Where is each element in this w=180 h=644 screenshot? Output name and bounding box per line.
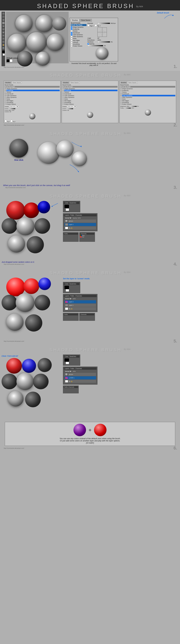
p3-other: ☐Other Dynamics [120,96,175,98]
paths-label-5[interactable]: Paths [64,314,68,315]
wet-edges-row: Wet Edges [71,40,86,41]
swatches-tab-5[interactable]: Swatches [69,283,76,285]
swatches-tab-6[interactable]: Swatches [69,356,76,357]
color-dynamics-check[interactable] [71,34,72,36]
color-demo: + [73,424,107,436]
brushes-tab[interactable]: Brushes [71,19,79,22]
fg-color-6[interactable] [64,358,69,362]
layer-row-5-1[interactable]: Layer 1 [64,304,96,307]
color-tab-6[interactable]: Color [65,356,68,357]
layers-tab-5[interactable]: Layers [65,295,69,297]
panel1-clone-tab[interactable]: Clone Source [12,82,22,84]
background-color[interactable] [3,54,5,56]
color-tab-5[interactable]: Color [65,283,68,285]
tool-crop[interactable]: ⊡ [2,18,5,21]
fg-color-swatch[interactable] [64,205,69,208]
p1-scatter: ☑Scattering [5,90,60,91]
bg-color-swatch[interactable] [66,208,69,211]
diameter-slider[interactable] [97,23,110,24]
tool-lasso[interactable]: ⌒ [2,15,5,18]
paths-tab-4[interactable]: Paths [70,214,74,216]
blend-mode-select-6[interactable]: Normal [64,370,72,372]
tool-shape[interactable]: ▷ [2,40,5,43]
layers-panel-6: Layers Paths Channels Normal 100% person [63,366,97,384]
channels-tab-6[interactable]: Channels [75,368,82,370]
panel2-clone-tab[interactable]: Clone Source [69,82,80,84]
tool-gradient[interactable]: ▤ [2,31,5,34]
other-dynamics-check[interactable] [71,36,72,38]
tool-eraser[interactable]: ◻ [2,28,5,31]
tool-brush[interactable]: ✎ [2,22,5,24]
channels-tab-4[interactable]: Channels [75,214,82,216]
spacing-slider[interactable] [87,45,103,46]
layer-row-person[interactable]: person [64,220,96,223]
blend-mode-select[interactable]: Normal [64,217,72,219]
paths-label[interactable]: Paths [64,233,68,234]
fg-color-5[interactable] [64,286,69,289]
channels-label[interactable]: Channels [81,233,86,234]
swatches-tab[interactable]: Swatches [69,202,76,204]
layer-row-5-bg[interactable]: bg 🔒 [64,307,96,310]
layer-row-bg[interactable]: bg 🔒 [64,226,96,230]
noise-check[interactable] [71,38,72,39]
opacity-6: 100% [73,371,76,372]
tool-hand[interactable]: ✋ [2,44,5,46]
section5-ps-panels: Set the layer to 'screen' mode. Color Sw… [63,278,118,340]
bg-color-5[interactable] [66,289,69,292]
flip-y-check[interactable] [95,24,97,26]
layer-thumb-screen [65,300,68,303]
shape-dynamics-check[interactable] [71,26,72,28]
texture-check[interactable] [71,30,72,32]
red-sphere-2 [24,202,39,218]
layer-row-6-person[interactable]: person [64,373,96,376]
foreground-color[interactable] [2,50,5,53]
panel3-brushes-tab[interactable]: Brushes [120,82,127,84]
layers-tab-4[interactable]: Layers [65,214,69,216]
clone-source-tab[interactable]: Clone Source [80,19,92,22]
paths-tab-5[interactable]: Paths [70,295,74,297]
drag-sphere-1 [38,142,60,164]
spacing-check[interactable] [87,43,89,44]
paths-tab-6[interactable]: Paths [70,368,74,370]
p1-axes-select[interactable]: Both Axes [10,106,19,108]
hardness-slider[interactable] [97,41,110,42]
panel1-brushes-tab[interactable]: Brushes [5,82,12,84]
channels-tab-5[interactable]: Channels [75,295,82,297]
bg-color-6[interactable] [66,362,69,364]
color-tab[interactable]: Color [65,202,68,204]
panel2-brushes-tab[interactable]: Brushes [63,82,69,84]
layer-name-bg: bg [69,227,70,229]
layer-row-screen[interactable]: Layer 2 [64,300,96,304]
panel3-clone-tab[interactable]: Clone Source [127,82,137,84]
section-5: Set the layer to 'screen' mode. Color Sw… [0,276,180,346]
layer-row-1[interactable]: Layer 1 [64,223,96,226]
scattering-check[interactable] [71,28,72,30]
plus-sign: + [89,427,91,433]
tool-zoom[interactable]: 🔍 [2,47,5,50]
sec6-info-box: + You can use any colors instead of the … [5,422,175,446]
flip-x-check[interactable] [87,24,89,26]
smoothing-check[interactable] [71,43,72,45]
tool-pen[interactable]: ✒ [2,34,5,37]
layer-row-6-1[interactable]: LAYER 1 [64,376,96,380]
protect-texture-check[interactable] [71,45,72,47]
merge-spheres-area: Click 'Ctrl+Alt+G' [2,354,61,420]
wet-edges-check[interactable] [71,40,72,41]
p1-flipx[interactable] [5,120,7,122]
tool-clone[interactable]: ⊕ [2,25,5,28]
channels-label-5[interactable]: Channels [81,314,86,315]
blend-mode-select-5[interactable]: Screen [64,298,72,300]
tool-text[interactable]: T [2,37,5,40]
section4-layout: Default airbrush Just dropp [2,201,178,263]
layers-tab-6[interactable]: Layers [65,368,69,370]
p1-flipy[interactable] [11,120,13,122]
paths-label-6[interactable]: Paths Channels [64,386,74,388]
spacing-slider-row: 1% [87,45,117,46]
p2-axes-select[interactable]: Both Axes [67,106,76,108]
default-colors-label: Default colors [7,57,18,59]
dual-brush-check[interactable] [71,32,72,34]
layer-row-6-bg[interactable]: bg 🔒 [64,380,96,383]
section1-url: http://nomines94.deviantart.com/ [2,66,178,68]
airbrush-check[interactable] [71,42,72,43]
tool-marquee[interactable]: ▭ [2,12,5,15]
